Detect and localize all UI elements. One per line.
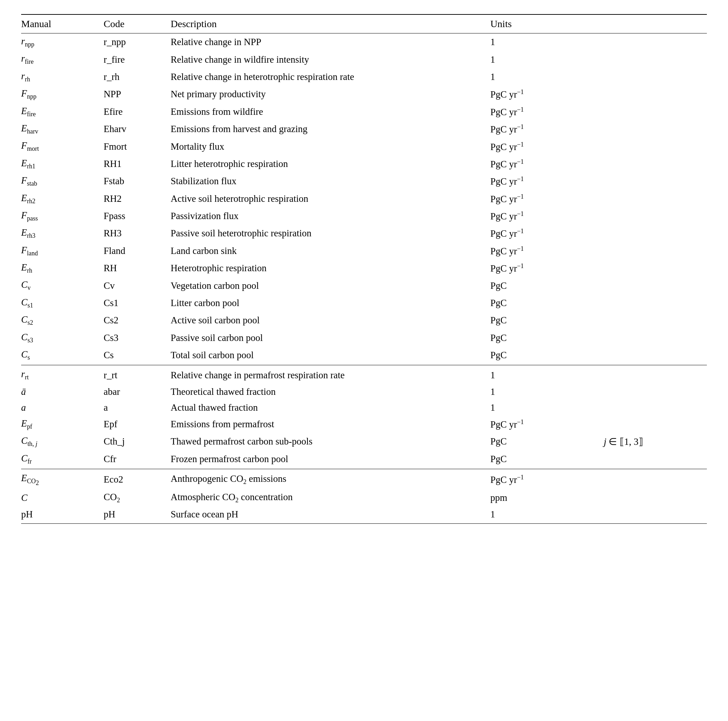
description-text: Thawed permafrost carbon sub-pools bbox=[171, 433, 491, 450]
manual-symbol: rrt bbox=[21, 365, 104, 384]
note-value: j ∈ ⟦1, 3⟧ bbox=[604, 433, 707, 450]
table-row: EharvEharvEmissions from harvest and gra… bbox=[21, 121, 707, 138]
manual-symbol: rnpp bbox=[21, 34, 104, 51]
manual-symbol: Cs1 bbox=[21, 294, 104, 312]
code-value: r_rh bbox=[104, 68, 170, 86]
description-text: Relative change in heterotrophic respira… bbox=[171, 68, 491, 86]
manual-symbol: Erh2 bbox=[21, 190, 104, 207]
units-value: PgC yr−1 bbox=[490, 242, 604, 260]
table-row: FpassFpassPassivization fluxPgC yr−1 bbox=[21, 207, 707, 225]
col-header-description: Description bbox=[171, 14, 491, 34]
code-value: Cth_j bbox=[104, 433, 170, 450]
code-value: RH3 bbox=[104, 225, 170, 242]
description-text: Emissions from harvest and grazing bbox=[171, 121, 491, 138]
units-value: 1 bbox=[490, 507, 604, 524]
code-value: Cs3 bbox=[104, 329, 170, 347]
note-value bbox=[604, 347, 707, 365]
note-value bbox=[604, 277, 707, 294]
table-row: rrtr_rtRelative change in permafrost res… bbox=[21, 365, 707, 384]
code-value: a bbox=[104, 400, 170, 416]
units-value: PgC bbox=[490, 329, 604, 347]
manual-symbol: Cv bbox=[21, 277, 104, 294]
manual-symbol: Erh1 bbox=[21, 155, 104, 173]
units-value: PgC bbox=[490, 277, 604, 294]
table-row: Erh2RH2Active soil heterotrophic respira… bbox=[21, 190, 707, 207]
units-value: PgC yr−1 bbox=[490, 121, 604, 138]
variables-table: Manual Code Description Units rnppr_nppR… bbox=[21, 14, 707, 524]
units-value: PgC yr−1 bbox=[490, 173, 604, 190]
code-value: Cs2 bbox=[104, 312, 170, 329]
note-value bbox=[604, 242, 707, 260]
note-value bbox=[604, 384, 707, 400]
manual-symbol: Fnpp bbox=[21, 86, 104, 103]
note-value bbox=[604, 400, 707, 416]
units-value: PgC bbox=[490, 312, 604, 329]
units-value: 1 bbox=[490, 400, 604, 416]
table-row: CfrCfrFrozen permafrost carbon poolPgC bbox=[21, 450, 707, 469]
table-row: CsCsTotal soil carbon poolPgC bbox=[21, 347, 707, 365]
manual-symbol: Fstab bbox=[21, 173, 104, 190]
units-value: 1 bbox=[490, 365, 604, 384]
note-value bbox=[604, 225, 707, 242]
code-value: Eco2 bbox=[104, 469, 170, 489]
description-text: Land carbon sink bbox=[171, 242, 491, 260]
units-value: 1 bbox=[490, 34, 604, 51]
note-value bbox=[604, 155, 707, 173]
table-row: rrhr_rhRelative change in heterotrophic … bbox=[21, 68, 707, 86]
table-row: āabarTheoretical thawed fraction1 bbox=[21, 384, 707, 400]
code-value: r_npp bbox=[104, 34, 170, 51]
note-value bbox=[604, 312, 707, 329]
manual-symbol: ā bbox=[21, 384, 104, 400]
manual-symbol: C bbox=[21, 489, 104, 507]
table-row: CCO2Atmospheric CO2 concentrationppm bbox=[21, 489, 707, 507]
description-text: Relative change in wildfire intensity bbox=[171, 51, 491, 68]
table-row: ECO2Eco2Anthropogenic CO2 emissionsPgC y… bbox=[21, 469, 707, 489]
code-value: NPP bbox=[104, 86, 170, 103]
note-value bbox=[604, 173, 707, 190]
description-text: Active soil carbon pool bbox=[171, 312, 491, 329]
description-text: Stabilization flux bbox=[171, 173, 491, 190]
note-value bbox=[604, 450, 707, 469]
description-text: Relative change in permafrost respiratio… bbox=[171, 365, 491, 384]
units-value: 1 bbox=[490, 51, 604, 68]
code-value: CO2 bbox=[104, 489, 170, 507]
description-text: Passivization flux bbox=[171, 207, 491, 225]
manual-symbol: ECO2 bbox=[21, 469, 104, 489]
note-value bbox=[604, 68, 707, 86]
table-row: aaActual thawed fraction1 bbox=[21, 400, 707, 416]
units-value: PgC yr−1 bbox=[490, 469, 604, 489]
col-header-note bbox=[604, 14, 707, 34]
table-row: Cs1Cs1Litter carbon poolPgC bbox=[21, 294, 707, 312]
description-text: Emissions from wildfire bbox=[171, 103, 491, 121]
table-row: rfirer_fireRelative change in wildfire i… bbox=[21, 51, 707, 68]
note-value bbox=[604, 86, 707, 103]
note-value bbox=[604, 103, 707, 121]
description-text: Relative change in NPP bbox=[171, 34, 491, 51]
table-row: FmortFmortMortality fluxPgC yr−1 bbox=[21, 138, 707, 155]
description-text: Total soil carbon pool bbox=[171, 347, 491, 365]
table-row: Cs2Cs2Active soil carbon poolPgC bbox=[21, 312, 707, 329]
note-value bbox=[604, 507, 707, 524]
table-row: FlandFlandLand carbon sinkPgC yr−1 bbox=[21, 242, 707, 260]
table-row: pHpHSurface ocean pH1 bbox=[21, 507, 707, 524]
code-value: r_rt bbox=[104, 365, 170, 384]
units-value: PgC bbox=[490, 433, 604, 450]
manual-symbol: rrh bbox=[21, 68, 104, 86]
units-value: ppm bbox=[490, 489, 604, 507]
units-value: PgC yr−1 bbox=[490, 225, 604, 242]
manual-symbol: Fmort bbox=[21, 138, 104, 155]
table-row: EpfEpfEmissions from permafrostPgC yr−1 bbox=[21, 416, 707, 433]
manual-symbol: Erh bbox=[21, 260, 104, 277]
manual-symbol: Eharv bbox=[21, 121, 104, 138]
manual-symbol: Fland bbox=[21, 242, 104, 260]
manual-symbol: Fpass bbox=[21, 207, 104, 225]
units-value: 1 bbox=[490, 384, 604, 400]
code-value: Fstab bbox=[104, 173, 170, 190]
units-value: PgC yr−1 bbox=[490, 260, 604, 277]
manual-symbol: Efire bbox=[21, 103, 104, 121]
table-row: FstabFstabStabilization fluxPgC yr−1 bbox=[21, 173, 707, 190]
units-value: PgC yr−1 bbox=[490, 416, 604, 433]
code-value: RH bbox=[104, 260, 170, 277]
table-row: Erh1RH1Litter heterotrophic respirationP… bbox=[21, 155, 707, 173]
code-value: Fland bbox=[104, 242, 170, 260]
